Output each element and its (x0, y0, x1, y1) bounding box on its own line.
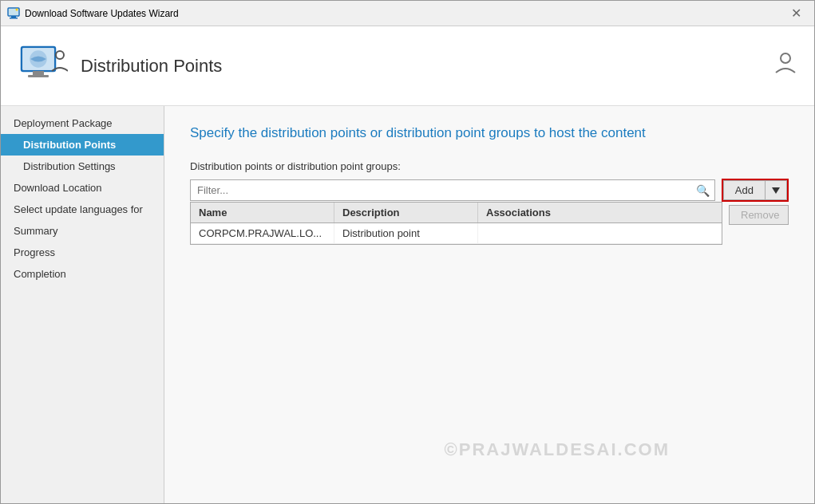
sidebar-item-download-location[interactable]: Download Location (1, 177, 164, 199)
filter-wrapper: 🔍 (190, 179, 715, 201)
title-bar-text: Download Software Updates Wizard (25, 8, 785, 19)
table-row[interactable]: CORPCM.PRAJWAL.LO... Distribution point (191, 223, 722, 244)
content-area: Deployment PackageDistribution PointsDis… (1, 106, 814, 503)
add-button[interactable]: Add (723, 180, 766, 200)
svg-point-11 (781, 53, 790, 63)
column-header-description: Description (334, 203, 478, 222)
filter-input[interactable] (191, 180, 714, 200)
sidebar-item-summary[interactable]: Summary (1, 220, 164, 242)
cell-associations (478, 223, 606, 243)
cell-name: CORPCM.PRAJWAL.LO... (191, 223, 334, 243)
wizard-window: Download Software Updates Wizard ✕ Distr… (0, 0, 815, 504)
main-panel: Specify the distribution points or distr… (164, 106, 814, 503)
table-wrapper: Name Description Associations CORPCM.PRA… (190, 202, 722, 251)
sidebar: Deployment PackageDistribution PointsDis… (1, 106, 164, 503)
svg-point-4 (16, 8, 18, 10)
add-dropdown-button[interactable] (766, 180, 787, 200)
distribution-table: Name Description Associations CORPCM.PRA… (190, 202, 722, 245)
table-header: Name Description Associations (191, 203, 722, 223)
search-icon: 🔍 (696, 184, 710, 197)
watermark: ©PRAJWALDESAI.COM (445, 439, 670, 460)
sidebar-item-distribution-points[interactable]: Distribution Points (1, 134, 164, 156)
sidebar-item-distribution-settings[interactable]: Distribution Settings (1, 156, 164, 177)
filter-row: 🔍 Add (190, 179, 789, 202)
section-label: Distribution points or distribution poin… (190, 160, 789, 172)
person-icon (773, 50, 798, 81)
add-button-wrapper: Add (722, 179, 789, 202)
wizard-header: Distribution Points (1, 26, 814, 106)
svg-rect-8 (28, 75, 49, 77)
app-icon (7, 7, 20, 20)
close-button[interactable]: ✕ (785, 2, 808, 24)
sidebar-item-completion[interactable]: Completion (1, 263, 164, 285)
title-bar: Download Software Updates Wizard ✕ (1, 1, 814, 26)
cell-description: Distribution point (334, 223, 478, 243)
remove-button: Remove (729, 205, 789, 225)
svg-rect-1 (11, 16, 16, 18)
svg-rect-7 (33, 71, 44, 75)
table-section: Name Description Associations CORPCM.PRA… (190, 202, 789, 251)
column-header-associations: Associations (478, 203, 606, 222)
sidebar-item-progress[interactable]: Progress (1, 242, 164, 263)
wizard-header-icon (17, 41, 68, 92)
wizard-title: Distribution Points (81, 56, 773, 77)
svg-rect-2 (10, 18, 18, 19)
sidebar-item-select-update-languages[interactable]: Select update languages for (1, 199, 164, 220)
svg-marker-12 (772, 187, 780, 194)
sidebar-item-deployment-package[interactable]: Deployment Package (1, 112, 164, 134)
column-header-name: Name (191, 203, 334, 222)
svg-point-10 (56, 51, 64, 59)
side-buttons: Remove (729, 202, 789, 225)
main-heading: Specify the distribution points or distr… (190, 125, 789, 141)
